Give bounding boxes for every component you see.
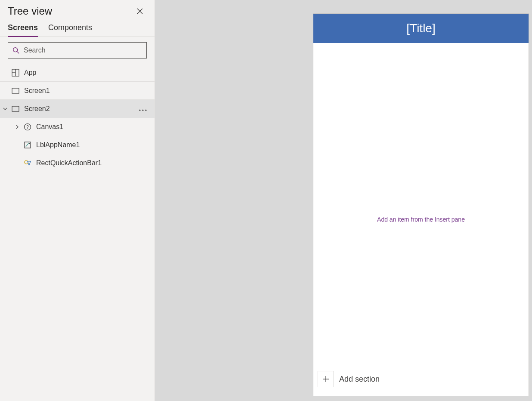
chevron-right-icon[interactable]: [12, 124, 22, 130]
search-icon: [8, 46, 24, 54]
tree-item-label: Screen2: [21, 105, 50, 113]
insert-hint: Add an item from the Insert pane: [377, 216, 465, 223]
tree-list: App Screen1 Screen2: [0, 64, 155, 401]
svg-point-10: [142, 109, 143, 111]
svg-marker-16: [28, 161, 31, 165]
svg-point-9: [139, 109, 140, 111]
add-section-button[interactable]: Add section: [318, 371, 380, 387]
search-box[interactable]: [8, 42, 147, 59]
tree-item-screen2[interactable]: Screen2: [0, 100, 155, 118]
screen-icon: [10, 105, 21, 113]
svg-point-2: [13, 48, 18, 52]
tab-screens[interactable]: Screens: [8, 20, 38, 37]
tabs: Screens Components: [0, 20, 155, 37]
tree-item-screen1[interactable]: Screen1: [0, 82, 155, 100]
screen-icon: [10, 87, 21, 95]
label-icon: [22, 141, 33, 149]
svg-point-15: [25, 160, 28, 164]
design-canvas[interactable]: [Title] Add an item from the Insert pane…: [313, 14, 529, 396]
tree-item-label: RectQuickActionBar1: [33, 159, 102, 167]
plus-icon: [318, 371, 334, 387]
tree-item-lblappname1[interactable]: LblAppName1: [0, 136, 155, 154]
tree-item-label: Canvas1: [33, 123, 63, 131]
svg-point-11: [145, 109, 146, 111]
tree-item-label: Screen1: [21, 87, 50, 95]
tab-components[interactable]: Components: [48, 20, 92, 37]
more-icon: [139, 109, 147, 111]
svg-rect-8: [12, 106, 19, 111]
add-section-label: Add section: [339, 375, 380, 384]
svg-line-3: [17, 52, 19, 54]
title-text: [Title]: [406, 22, 435, 35]
close-icon: [136, 8, 143, 15]
tree-item-label: App: [21, 69, 36, 77]
shape-icon: [22, 159, 33, 167]
tree-item-label: LblAppName1: [33, 141, 80, 149]
tree-item-rectquickactionbar1[interactable]: RectQuickActionBar1: [0, 154, 155, 172]
svg-rect-14: [25, 142, 31, 148]
panel-title: Tree view: [8, 5, 52, 17]
chevron-down-icon[interactable]: [0, 106, 10, 111]
tree-view-panel: Tree view Screens Components: [0, 0, 155, 401]
tree-item-app[interactable]: App: [0, 64, 155, 82]
question-icon: ?: [22, 123, 33, 131]
svg-text:?: ?: [26, 125, 29, 130]
svg-rect-7: [12, 88, 19, 93]
canvas-area: [Title] Add an item from the Insert pane…: [155, 0, 532, 401]
tree-item-canvas1[interactable]: ? Canvas1: [0, 118, 155, 136]
more-options-button[interactable]: [139, 105, 147, 113]
app-icon: [10, 69, 21, 77]
title-bar[interactable]: [Title]: [313, 14, 529, 43]
canvas-body[interactable]: Add an item from the Insert pane Add sec…: [313, 43, 529, 396]
search-input[interactable]: [24, 46, 146, 54]
close-panel-button[interactable]: [134, 5, 146, 17]
